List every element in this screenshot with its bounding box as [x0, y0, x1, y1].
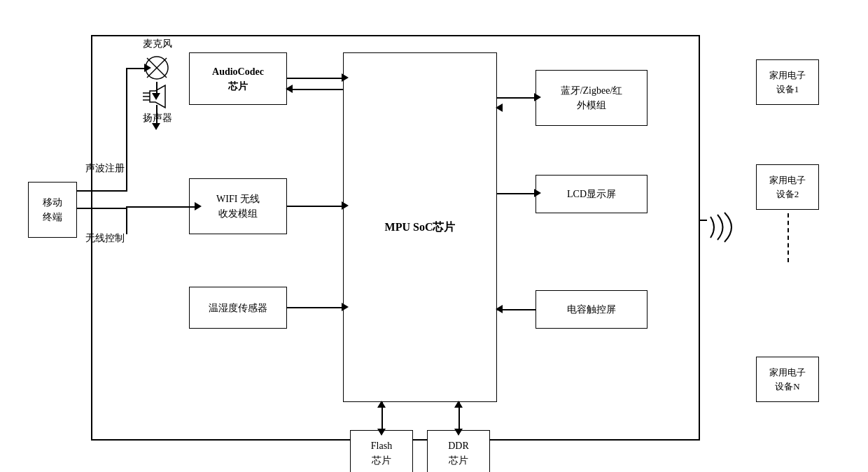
- cap-to-mpu-arrow: [497, 309, 536, 310]
- main-to-wireless-line: [700, 220, 707, 221]
- flash-line1: Flash: [371, 438, 392, 453]
- audio-codec-line1: AudioCodec: [212, 64, 264, 79]
- sensor-to-mpu-arrowhead: [342, 303, 349, 311]
- mpu-to-ddr-arrowhead: [454, 429, 463, 436]
- wireless-control-arrow-v: [126, 206, 127, 234]
- mpu-soc-box: MPU SoC芯片: [343, 52, 497, 402]
- mpu-to-codec-arrowhead: [286, 85, 293, 93]
- cap-touch-label: 电容触控屏: [567, 302, 616, 317]
- mpu-to-bt-arrowhead: [534, 93, 541, 101]
- wifi-line1: WIFI 无线: [216, 192, 260, 206]
- mpu-to-codec-arrow: [287, 89, 343, 90]
- home-device-2-line2: 设备2: [776, 189, 799, 199]
- audio-codec-box: AudioCodec 芯片: [189, 52, 287, 105]
- mpu-to-bt-arrow: [497, 97, 536, 99]
- wifi-module-box: WIFI 无线 收发模组: [189, 178, 287, 234]
- audio-codec-line2: 芯片: [228, 79, 248, 94]
- home-device-n-box: 家用电子 设备N: [756, 357, 819, 402]
- home-device-1-line2: 设备1: [776, 84, 799, 94]
- flash-box: Flash 芯片: [350, 430, 413, 472]
- mpu-soc-label: MPU SoC芯片: [385, 219, 456, 236]
- flash-line2: 芯片: [372, 453, 391, 468]
- bluetooth-box: 蓝牙/Zigbee/红 外模组: [536, 70, 648, 126]
- sound-wave-arrow-h2: [126, 68, 146, 69]
- wireless-control-arrow-h: [77, 208, 126, 209]
- wifi-to-mpu-arrowhead: [342, 201, 349, 210]
- home-device-n-line1: 家用电子: [769, 367, 806, 378]
- lcd-label: LCD显示屏: [567, 187, 616, 201]
- ddr-line1: DDR: [448, 438, 469, 453]
- mpu-to-flash-arrowhead: [377, 429, 386, 436]
- temp-sensor-box: 温湿度传感器: [189, 287, 287, 329]
- bluetooth-line1: 蓝牙/Zigbee/红: [561, 83, 623, 98]
- dashed-separator: [788, 213, 789, 262]
- cap-to-mpu-arrowhead: [496, 305, 503, 313]
- mobile-terminal-label-line1: 移动: [43, 195, 62, 210]
- sound-wave-label: 声波注册: [84, 161, 126, 176]
- home-device-n-line2: 设备N: [775, 381, 799, 392]
- sound-wave-arrow-h: [77, 190, 126, 192]
- microphone-label: 麦克风: [136, 36, 178, 51]
- home-device-2-box: 家用电子 设备2: [756, 164, 819, 210]
- bt-to-mpu-arrowhead: [496, 103, 503, 112]
- codec-to-mpu-arrow: [287, 78, 343, 79]
- temp-sensor-label: 温湿度传感器: [209, 301, 267, 315]
- mpu-to-lcd-arrowhead: [534, 189, 541, 197]
- wireless-control-arrow-h2: [126, 206, 196, 208]
- sensor-to-mpu-arrow: [287, 307, 343, 308]
- mobile-terminal-box: 移动 终端: [28, 182, 77, 238]
- home-device-2-line1: 家用电子: [769, 175, 806, 185]
- codec-to-mpu-arrowhead: [342, 73, 349, 82]
- codec-to-speaker-arrow: [156, 105, 158, 124]
- sound-wave-arrowhead: [144, 64, 151, 72]
- ddr-to-mpu-arrowhead: [454, 401, 463, 408]
- wireless-control-label: 无线控制: [84, 231, 126, 245]
- flash-to-mpu-arrowhead: [377, 401, 386, 408]
- ddr-line2: 芯片: [449, 453, 468, 468]
- ddr-box: DDR 芯片: [427, 430, 490, 472]
- sound-wave-arrow-v: [126, 68, 127, 192]
- mobile-terminal-label-line2: 终端: [43, 210, 62, 224]
- mic-to-codec-arrowhead: [152, 93, 160, 100]
- codec-to-speaker-arrowhead: [152, 123, 160, 130]
- home-device-1-box: 家用电子 设备1: [756, 59, 819, 105]
- wireless-control-arrowhead: [195, 202, 202, 210]
- home-device-1-line1: 家用电子: [769, 70, 806, 80]
- diagram-container: 移动 终端 声波注册 无线控制 麦克风 扬声器: [14, 14, 854, 458]
- lcd-box: LCD显示屏: [536, 175, 648, 213]
- wireless-signal: [704, 199, 738, 254]
- wifi-to-mpu-arrow: [287, 206, 343, 207]
- mpu-to-lcd-arrow: [497, 193, 536, 194]
- wifi-line2: 收发模组: [218, 206, 258, 221]
- cap-touch-box: 电容触控屏: [536, 290, 648, 329]
- bluetooth-line2: 外模组: [577, 98, 606, 113]
